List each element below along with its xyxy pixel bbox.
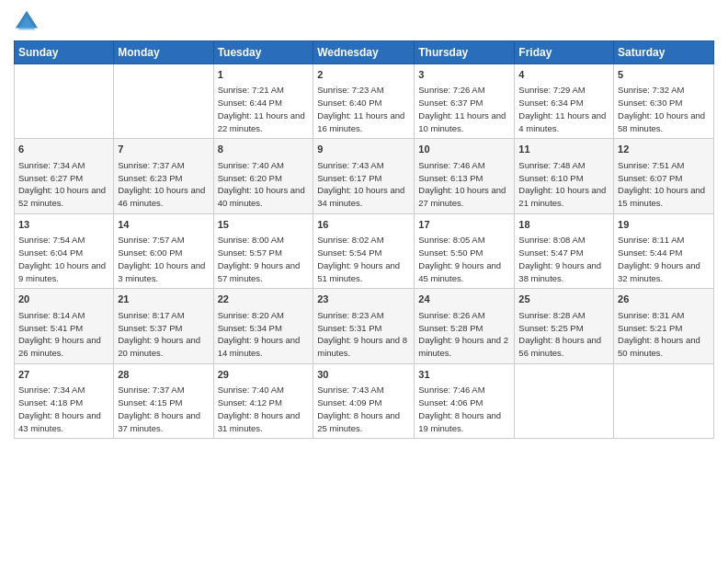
calendar-cell	[515, 363, 614, 438]
day-header-friday: Friday	[515, 41, 614, 64]
day-number: 24	[418, 293, 510, 306]
day-header-saturday: Saturday	[614, 41, 714, 64]
day-number: 21	[118, 293, 209, 306]
day-detail: Sunrise: 8:26 AM Sunset: 5:28 PM Dayligh…	[418, 309, 510, 360]
day-number: 28	[118, 368, 209, 382]
calendar-cell: 13Sunrise: 7:54 AM Sunset: 6:04 PM Dayli…	[15, 213, 114, 288]
day-detail: Sunrise: 7:34 AM Sunset: 4:18 PM Dayligh…	[18, 384, 109, 434]
calendar-cell: 4Sunrise: 7:29 AM Sunset: 6:34 PM Daylig…	[515, 64, 614, 139]
calendar-page: SundayMondayTuesdayWednesdayThursdayFrid…	[0, 0, 728, 448]
day-number: 16	[317, 218, 410, 232]
day-number: 29	[218, 368, 310, 382]
day-number: 15	[218, 218, 310, 232]
day-number: 4	[518, 68, 609, 82]
day-detail: Sunrise: 7:37 AM Sunset: 6:23 PM Dayligh…	[118, 159, 209, 210]
day-detail: Sunrise: 7:46 AM Sunset: 6:13 PM Dayligh…	[418, 159, 510, 210]
calendar-cell: 11Sunrise: 7:48 AM Sunset: 6:10 PM Dayli…	[515, 139, 614, 213]
day-number: 14	[118, 218, 209, 232]
day-detail: Sunrise: 7:46 AM Sunset: 4:06 PM Dayligh…	[418, 384, 510, 434]
day-detail: Sunrise: 7:51 AM Sunset: 6:07 PM Dayligh…	[618, 159, 710, 210]
calendar-cell: 6Sunrise: 7:34 AM Sunset: 6:27 PM Daylig…	[15, 139, 114, 213]
calendar-table: SundayMondayTuesdayWednesdayThursdayFrid…	[14, 40, 714, 439]
calendar-cell	[114, 64, 213, 139]
calendar-cell: 16Sunrise: 8:02 AM Sunset: 5:54 PM Dayli…	[313, 213, 415, 288]
day-number: 19	[618, 218, 710, 232]
calendar-cell: 29Sunrise: 7:40 AM Sunset: 4:12 PM Dayli…	[213, 363, 313, 438]
day-number: 26	[618, 293, 710, 306]
calendar-cell: 12Sunrise: 7:51 AM Sunset: 6:07 PM Dayli…	[614, 139, 714, 213]
day-detail: Sunrise: 8:05 AM Sunset: 5:50 PM Dayligh…	[418, 234, 510, 284]
day-number: 12	[618, 143, 710, 156]
day-detail: Sunrise: 7:23 AM Sunset: 6:40 PM Dayligh…	[317, 84, 410, 134]
week-row-3: 13Sunrise: 7:54 AM Sunset: 6:04 PM Dayli…	[15, 213, 714, 288]
calendar-cell: 5Sunrise: 7:32 AM Sunset: 6:30 PM Daylig…	[614, 64, 714, 139]
calendar-cell: 20Sunrise: 8:14 AM Sunset: 5:41 PM Dayli…	[15, 289, 114, 363]
calendar-cell: 30Sunrise: 7:43 AM Sunset: 4:09 PM Dayli…	[313, 363, 415, 438]
day-number: 10	[418, 143, 510, 156]
day-header-wednesday: Wednesday	[313, 41, 415, 64]
day-number: 27	[18, 368, 109, 382]
day-number: 18	[518, 218, 609, 232]
calendar-cell: 9Sunrise: 7:43 AM Sunset: 6:17 PM Daylig…	[313, 139, 415, 213]
day-number: 9	[317, 143, 410, 156]
day-detail: Sunrise: 7:43 AM Sunset: 6:17 PM Dayligh…	[317, 159, 410, 210]
day-detail: Sunrise: 8:20 AM Sunset: 5:34 PM Dayligh…	[218, 309, 310, 360]
calendar-cell: 8Sunrise: 7:40 AM Sunset: 6:20 PM Daylig…	[213, 139, 313, 213]
day-detail: Sunrise: 7:37 AM Sunset: 4:15 PM Dayligh…	[118, 384, 209, 434]
header	[14, 9, 714, 35]
calendar-cell: 14Sunrise: 7:57 AM Sunset: 6:00 PM Dayli…	[114, 213, 213, 288]
day-detail: Sunrise: 7:48 AM Sunset: 6:10 PM Dayligh…	[518, 159, 609, 210]
day-detail: Sunrise: 7:57 AM Sunset: 6:00 PM Dayligh…	[118, 234, 209, 284]
day-number: 7	[118, 143, 209, 156]
calendar-cell: 25Sunrise: 8:28 AM Sunset: 5:25 PM Dayli…	[515, 289, 614, 363]
calendar-cell: 27Sunrise: 7:34 AM Sunset: 4:18 PM Dayli…	[15, 363, 114, 438]
day-number: 8	[218, 143, 310, 156]
calendar-cell: 7Sunrise: 7:37 AM Sunset: 6:23 PM Daylig…	[114, 139, 213, 213]
day-number: 3	[418, 68, 510, 82]
day-number: 31	[418, 368, 510, 382]
day-detail: Sunrise: 7:32 AM Sunset: 6:30 PM Dayligh…	[618, 84, 710, 134]
week-row-1: 1Sunrise: 7:21 AM Sunset: 6:44 PM Daylig…	[15, 64, 714, 139]
day-number: 11	[518, 143, 609, 156]
week-row-4: 20Sunrise: 8:14 AM Sunset: 5:41 PM Dayli…	[15, 289, 714, 363]
day-number: 22	[218, 293, 310, 306]
day-number: 17	[418, 218, 510, 232]
calendar-cell: 17Sunrise: 8:05 AM Sunset: 5:50 PM Dayli…	[415, 213, 515, 288]
day-detail: Sunrise: 8:17 AM Sunset: 5:37 PM Dayligh…	[118, 309, 209, 360]
calendar-cell: 21Sunrise: 8:17 AM Sunset: 5:37 PM Dayli…	[114, 289, 213, 363]
day-detail: Sunrise: 7:34 AM Sunset: 6:27 PM Dayligh…	[18, 159, 109, 210]
calendar-cell: 22Sunrise: 8:20 AM Sunset: 5:34 PM Dayli…	[213, 289, 313, 363]
calendar-cell: 1Sunrise: 7:21 AM Sunset: 6:44 PM Daylig…	[213, 64, 313, 139]
day-header-thursday: Thursday	[415, 41, 515, 64]
day-number: 13	[18, 218, 109, 232]
day-detail: Sunrise: 8:02 AM Sunset: 5:54 PM Dayligh…	[317, 234, 410, 284]
calendar-cell: 26Sunrise: 8:31 AM Sunset: 5:21 PM Dayli…	[614, 289, 714, 363]
calendar-cell: 18Sunrise: 8:08 AM Sunset: 5:47 PM Dayli…	[515, 213, 614, 288]
day-number: 23	[317, 293, 410, 306]
day-detail: Sunrise: 7:40 AM Sunset: 6:20 PM Dayligh…	[218, 159, 310, 210]
header-row: SundayMondayTuesdayWednesdayThursdayFrid…	[15, 41, 714, 64]
day-number: 6	[18, 143, 109, 156]
week-row-2: 6Sunrise: 7:34 AM Sunset: 6:27 PM Daylig…	[15, 139, 714, 213]
day-detail: Sunrise: 7:40 AM Sunset: 4:12 PM Dayligh…	[218, 384, 310, 434]
day-detail: Sunrise: 7:54 AM Sunset: 6:04 PM Dayligh…	[18, 234, 109, 284]
calendar-cell	[614, 363, 714, 438]
calendar-cell: 31Sunrise: 7:46 AM Sunset: 4:06 PM Dayli…	[415, 363, 515, 438]
calendar-cell: 23Sunrise: 8:23 AM Sunset: 5:31 PM Dayli…	[313, 289, 415, 363]
calendar-cell: 19Sunrise: 8:11 AM Sunset: 5:44 PM Dayli…	[614, 213, 714, 288]
day-detail: Sunrise: 7:26 AM Sunset: 6:37 PM Dayligh…	[418, 84, 510, 134]
calendar-cell: 24Sunrise: 8:26 AM Sunset: 5:28 PM Dayli…	[415, 289, 515, 363]
day-number: 30	[317, 368, 410, 382]
day-detail: Sunrise: 8:23 AM Sunset: 5:31 PM Dayligh…	[317, 309, 410, 360]
day-detail: Sunrise: 8:28 AM Sunset: 5:25 PM Dayligh…	[518, 309, 609, 360]
day-header-tuesday: Tuesday	[213, 41, 313, 64]
day-header-sunday: Sunday	[15, 41, 114, 64]
day-detail: Sunrise: 7:21 AM Sunset: 6:44 PM Dayligh…	[218, 84, 310, 134]
calendar-cell: 2Sunrise: 7:23 AM Sunset: 6:40 PM Daylig…	[313, 64, 415, 139]
logo	[14, 9, 43, 35]
day-detail: Sunrise: 8:31 AM Sunset: 5:21 PM Dayligh…	[618, 309, 710, 360]
day-number: 20	[18, 293, 109, 306]
day-detail: Sunrise: 7:43 AM Sunset: 4:09 PM Dayligh…	[317, 384, 410, 434]
day-number: 1	[218, 68, 310, 82]
calendar-cell: 28Sunrise: 7:37 AM Sunset: 4:15 PM Dayli…	[114, 363, 213, 438]
